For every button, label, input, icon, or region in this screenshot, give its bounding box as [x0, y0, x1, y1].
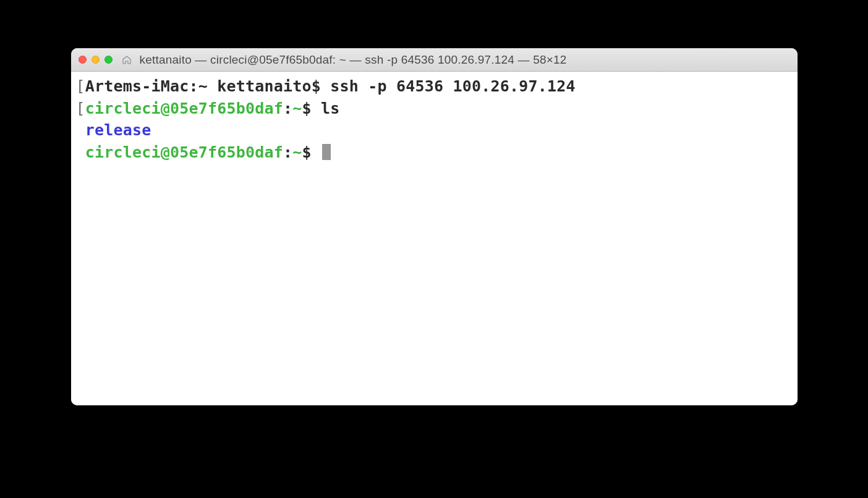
maximize-icon[interactable]: [104, 56, 113, 64]
prompt-colon: :: [283, 143, 292, 161]
local-prompt: Artems-iMac:~ kettanaito$: [85, 77, 331, 95]
title-bar: kettanaito — circleci@05e7f65b0daf: ~ — …: [71, 48, 798, 72]
terminal-line-3: release: [76, 119, 793, 141]
home-icon: [121, 54, 132, 65]
ls-command: ls: [321, 99, 340, 117]
cursor-icon: [322, 144, 331, 160]
prompt-path: ~: [292, 143, 302, 161]
traffic-lights: [79, 56, 113, 64]
close-icon[interactable]: [79, 56, 87, 64]
prompt-dollar: $: [302, 143, 321, 161]
terminal-window: kettanaito — circleci@05e7f65b0daf: ~ — …: [71, 48, 798, 405]
minimize-icon[interactable]: [91, 56, 100, 64]
prompt-dollar: $: [302, 99, 321, 117]
terminal-line-2: [circleci@05e7f65b0daf:~$ ls: [76, 98, 793, 120]
prompt-path: ~: [292, 99, 302, 117]
ls-output-release: release: [85, 121, 151, 139]
ssh-command: ssh -p 64536 100.26.97.124: [330, 77, 576, 95]
prompt-colon: :: [283, 99, 292, 117]
terminal-line-1: [Artems-iMac:~ kettanaito$ ssh -p 64536 …: [76, 75, 793, 98]
remote-user-host: circleci@05e7f65b0daf: [85, 99, 283, 117]
remote-user-host: circleci@05e7f65b0daf: [85, 143, 283, 161]
terminal-content[interactable]: [Artems-iMac:~ kettanaito$ ssh -p 64536 …: [71, 72, 798, 405]
bracket-open: [: [76, 77, 85, 95]
bracket-open: [: [76, 99, 85, 117]
terminal-line-4: circleci@05e7f65b0daf:~$: [76, 141, 793, 164]
window-title: kettanaito — circleci@05e7f65b0daf: ~ — …: [140, 53, 567, 67]
